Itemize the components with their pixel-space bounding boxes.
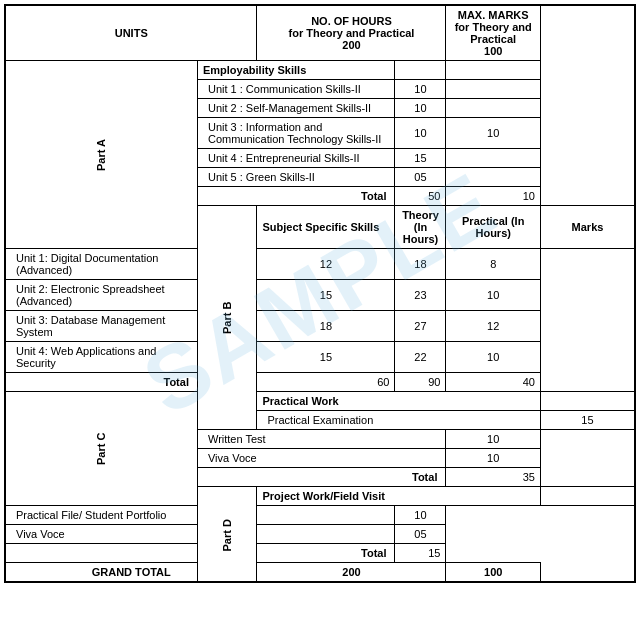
partA-unit-4-hours: 15 [395, 149, 446, 168]
partA-unit-2-marks [446, 99, 541, 118]
partB-sub-theory: Theory (In Hours) [395, 206, 446, 249]
partC-total-label: Total [197, 468, 446, 487]
partD-title: Project Work/Field Visit [257, 487, 540, 506]
partB-unit-4-practical: 22 [395, 342, 446, 373]
partA-unit-5-marks [446, 168, 541, 187]
partB-label: Part B [197, 206, 257, 430]
partB-total-label: Total [5, 373, 197, 392]
partA-unit-2-name: Unit 2 : Self-Management Skills-II [197, 99, 395, 118]
partC-unit-2-name: Written Test [197, 430, 446, 449]
header-marks-sub: for Theory and Practical [451, 21, 535, 45]
header-marks: MAX. MARKS for Theory and Practical 100 [446, 5, 541, 61]
partB-unit-4: Unit 4: Web Applications and Security 15… [5, 342, 635, 373]
table-wrapper: SAMPLE UNITS NO. OF HOURS for Theory and… [4, 4, 636, 583]
partB-unit-3-theory: 18 [257, 311, 395, 342]
partA-header-marks [446, 61, 541, 80]
partA-unit-5-hours: 05 [395, 168, 446, 187]
partA-unit-3-marks: 10 [446, 118, 541, 149]
partB-unit-3-name: Unit 3: Database Management System [5, 311, 197, 342]
partC-unit-1-marks: 15 [540, 411, 635, 430]
partA-unit-1-name: Unit 1 : Communication Skills-II [197, 80, 395, 99]
partA-unit-3-hours: 10 [395, 118, 446, 149]
partA-section-header: Part A Employability Skills [5, 61, 635, 80]
partD-unit-2-marks: 05 [395, 525, 446, 544]
header-hours-sub: for Theory and Practical [262, 27, 440, 39]
partD-unit-1-marks: 10 [395, 506, 446, 525]
partB-unit-2-marks: 10 [446, 280, 541, 311]
grand-total-hours: 200 [257, 563, 446, 583]
partB-sub-practical: Practical (In Hours) [446, 206, 541, 249]
header-marks-main: MAX. MARKS [451, 9, 535, 21]
header-hours: NO. OF HOURS for Theory and Practical 20… [257, 5, 446, 61]
partA-unit-2-hours: 10 [395, 99, 446, 118]
partA-unit-4-marks [446, 149, 541, 168]
partB-total: Total 60 90 40 [5, 373, 635, 392]
partA-unit-1-hours: 10 [395, 80, 446, 99]
partA-title: Employability Skills [197, 61, 395, 80]
partB-unit-2-name: Unit 2: Electronic Spreadsheet (Advanced… [5, 280, 197, 311]
partD-header-marks [540, 487, 635, 506]
partB-unit-2-theory: 15 [257, 280, 395, 311]
partB-total-practical: 90 [395, 373, 446, 392]
partA-unit-4-name: Unit 4 : Entrepreneurial Skills-II [197, 149, 395, 168]
partB-unit-4-theory: 15 [257, 342, 395, 373]
partC-total-marks: 35 [446, 468, 541, 487]
partC-unit-3-marks: 10 [446, 449, 541, 468]
partD-unit-1: Practical File/ Student Portfolio 10 [5, 506, 635, 525]
partB-unit-1-name: Unit 1: Digital Documentation (Advanced) [5, 249, 197, 280]
partB-unit-3-marks: 12 [446, 311, 541, 342]
partD-unit-2: Viva Voce 05 [5, 525, 635, 544]
partA-label: Part A [5, 61, 197, 249]
partD-label: Part D [197, 487, 257, 583]
partA-total-marks: 10 [446, 187, 541, 206]
partA-header-hours [395, 61, 446, 80]
partC-unit-2-marks: 10 [446, 430, 541, 449]
partB-unit-2-practical: 23 [395, 280, 446, 311]
grand-total-row: GRAND TOTAL 200 100 [5, 563, 635, 583]
partA-total-hours: 50 [395, 187, 446, 206]
partB-total-marks: 40 [446, 373, 541, 392]
header-hours-val: 200 [262, 39, 440, 51]
partB-unit-3: Unit 3: Database Management System 18 27… [5, 311, 635, 342]
partB-unit-4-marks: 10 [446, 342, 541, 373]
partA-unit-1-marks [446, 80, 541, 99]
partA-unit-5-name: Unit 5 : Green Skills-II [197, 168, 395, 187]
partB-title: Subject Specific Skills [257, 206, 395, 249]
partD-total: Total 15 [5, 544, 635, 563]
partB-unit-2: Unit 2: Electronic Spreadsheet (Advanced… [5, 280, 635, 311]
partC-label: Part C [5, 392, 197, 506]
partC-section-header: Part C Practical Work [5, 392, 635, 411]
header-hours-main: NO. OF HOURS [262, 15, 440, 27]
partD-total-marks: 15 [395, 544, 446, 563]
partB-unit-1-practical: 18 [395, 249, 446, 280]
grand-total-marks: 100 [446, 563, 541, 583]
partA-total-label: Total [197, 187, 395, 206]
partC-header-marks [540, 392, 635, 411]
partC-unit-3-name: Viva Voce [197, 449, 446, 468]
partB-unit-1-marks: 8 [446, 249, 541, 280]
partB-unit-1-theory: 12 [257, 249, 395, 280]
partB-total-theory: 60 [257, 373, 395, 392]
partA-unit-3-name: Unit 3 : Information and Communication T… [197, 118, 395, 149]
partB-unit-1: Unit 1: Digital Documentation (Advanced)… [5, 249, 635, 280]
partC-unit-1-name: Practical Examination [257, 411, 540, 430]
header-units: UNITS [5, 5, 257, 61]
partB-unit-3-practical: 27 [395, 311, 446, 342]
partC-title: Practical Work [257, 392, 540, 411]
header-marks-val: 100 [451, 45, 535, 57]
partB-sub-marks: Marks [540, 206, 635, 249]
partB-unit-4-name: Unit 4: Web Applications and Security [5, 342, 197, 373]
